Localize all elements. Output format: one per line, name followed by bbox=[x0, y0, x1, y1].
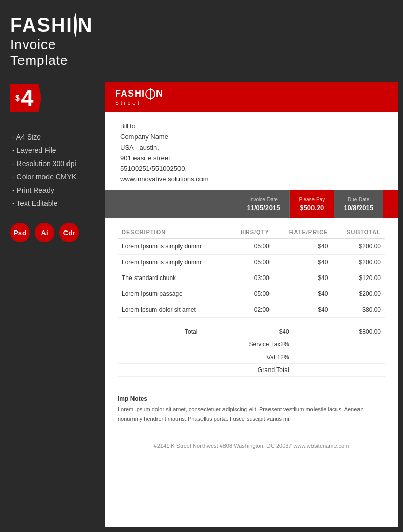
left-panel: FASHI N Invoice Template $ 4 - A4 Size -… bbox=[0, 0, 102, 532]
table-row: Lorem Ipsum passage 05:00 $40 $200.00 bbox=[118, 286, 385, 302]
bill-to-details: Company Name USA - austin, 901 easr e st… bbox=[120, 132, 383, 185]
invoice-table: DESCRIPTION HRS/QTY RATE/PRICE SUBTOTAL … bbox=[118, 226, 385, 318]
row5-qty: 02:00 bbox=[228, 302, 274, 317]
bill-to-phone: 55100251/551002500, bbox=[120, 164, 383, 174]
please-pay-value: $500.20 bbox=[300, 204, 324, 212]
invoice-bill-to-section: Bill to Company Name USA - austin, 901 e… bbox=[105, 112, 398, 190]
please-pay-cell: Please Pay $500.20 bbox=[289, 190, 334, 218]
totals-table: Total $40 $800.00 Service Tax2% Vat 12% … bbox=[118, 326, 385, 377]
format-ai: Ai bbox=[35, 223, 54, 242]
feature-print-ready: - Print Ready bbox=[10, 186, 92, 194]
grand-total-row: Grand Total bbox=[118, 363, 385, 376]
col-subtotal: SUBTOTAL bbox=[332, 226, 385, 239]
row1-subtotal: $200.00 bbox=[332, 238, 385, 254]
row2-desc: Lorem Ipsum is simply dumm bbox=[118, 254, 228, 270]
row3-desc: The standard chunk bbox=[118, 270, 228, 286]
notes-label: Imp Notes bbox=[118, 395, 385, 402]
row5-subtotal: $80.00 bbox=[332, 302, 385, 317]
table-row: Lorem ipsum dolor sit amet 02:00 $40 $80… bbox=[118, 302, 385, 317]
grand-total-value bbox=[294, 363, 385, 376]
vat-row: Vat 12% bbox=[118, 351, 385, 363]
service-tax-row: Service Tax2% bbox=[118, 338, 385, 351]
features-list: - A4 Size - Layered File - Resolution 30… bbox=[10, 133, 92, 207]
table-row: Lorem Ipsum is simply dumm 05:00 $40 $20… bbox=[118, 238, 385, 254]
bill-to-name: Company Name bbox=[120, 132, 383, 143]
total-row: Total $40 $800.00 bbox=[118, 326, 385, 338]
feature-resolution: - Resolution 300 dpi bbox=[10, 159, 92, 168]
col-description: DESCRIPTION bbox=[118, 226, 228, 239]
format-cdr: Cdr bbox=[59, 223, 79, 242]
invoice-info-bar: Invoice Date 11/05/2015 Please Pay $500.… bbox=[105, 190, 398, 218]
service-tax-value bbox=[294, 338, 385, 351]
feature-color-mode: - Color mode CMYK bbox=[10, 173, 92, 181]
row2-subtotal: $200.00 bbox=[332, 254, 385, 270]
brand-icon bbox=[74, 15, 77, 35]
col-hrs-qty: HRS/QTY bbox=[228, 226, 274, 239]
invoice-brand-icon bbox=[145, 89, 155, 99]
col-rate-price: RATE/PRICE bbox=[274, 226, 332, 239]
feature-layered: - Layered File bbox=[10, 146, 92, 154]
row5-desc: Lorem ipsum dolor sit amet bbox=[118, 302, 228, 317]
row4-subtotal: $200.00 bbox=[332, 286, 385, 302]
invoice-footer: #2141 K Street Northwest #808,Washington… bbox=[105, 436, 398, 455]
brand-name-part2: N bbox=[78, 15, 93, 35]
invoice-brand-wrapper: FASHI N Street bbox=[115, 88, 163, 106]
invoice-brand-part1: FASHI bbox=[115, 88, 145, 99]
totals-section: Total $40 $800.00 Service Tax2% Vat 12% … bbox=[105, 326, 398, 382]
row4-desc: Lorem Ipsum passage bbox=[118, 286, 228, 302]
service-tax-label: Service Tax2% bbox=[154, 338, 294, 351]
vat-value bbox=[294, 351, 385, 363]
price-badge: $ 4 bbox=[10, 84, 41, 112]
invoice-brand-part2: N bbox=[156, 88, 163, 99]
bill-to-label: Bill to bbox=[120, 123, 383, 130]
brand-name-part1: FASHI bbox=[10, 15, 73, 35]
table-row: Lorem Ipsum is simply dumm 05:00 $40 $20… bbox=[118, 254, 385, 270]
price-amount: 4 bbox=[21, 87, 33, 109]
invoice-date-value: 11/05/2015 bbox=[247, 204, 280, 212]
row4-rate: $40 bbox=[274, 286, 332, 302]
row3-qty: 03:00 bbox=[228, 270, 274, 286]
table-row: The standard chunk 03:00 $40 $120.00 bbox=[118, 270, 385, 286]
row5-rate: $40 bbox=[274, 302, 332, 317]
total-qty: $40 bbox=[201, 326, 293, 338]
vat-label: Vat 12% bbox=[154, 351, 294, 363]
notes-section: Imp Notes Lorem ipsum dolor sit amet, co… bbox=[105, 387, 398, 431]
invoice-header: FASHI N Street bbox=[105, 82, 398, 112]
feature-text-editable: - Text Editable bbox=[10, 199, 92, 207]
invoice-table-section: DESCRIPTION HRS/QTY RATE/PRICE SUBTOTAL … bbox=[105, 218, 398, 326]
invoice-date-label: Invoice Date bbox=[249, 197, 278, 202]
row2-rate: $40 bbox=[274, 254, 332, 270]
page-subtitle: Invoice Template bbox=[10, 37, 92, 68]
row2-qty: 05:00 bbox=[228, 254, 274, 270]
row1-qty: 05:00 bbox=[228, 238, 274, 254]
due-date-value: 10/8/2015 bbox=[344, 204, 373, 212]
invoice-area: FASHI N Street Bill to Company Name USA … bbox=[105, 82, 398, 527]
bill-to-address: 901 easr e street bbox=[120, 153, 383, 164]
row3-rate: $40 bbox=[274, 270, 332, 286]
bill-to-country: USA - austin, bbox=[120, 143, 383, 153]
format-psd: Psd bbox=[10, 223, 30, 242]
feature-a4size: - A4 Size bbox=[10, 133, 92, 141]
due-date-cell: Due Date 10/8/2015 bbox=[334, 190, 383, 218]
grand-total-label: Grand Total bbox=[154, 363, 294, 376]
row1-desc: Lorem Ipsum is simply dumm bbox=[118, 238, 228, 254]
invoice-brand-subtitle: Street bbox=[115, 100, 163, 106]
total-amount: $800.00 bbox=[294, 326, 385, 338]
total-label: Total bbox=[154, 326, 202, 338]
price-symbol: $ bbox=[15, 94, 20, 103]
format-badges: Psd Ai Cdr bbox=[10, 223, 92, 242]
notes-text: Lorem ipsum dolor sit amet, consectetuer… bbox=[118, 405, 385, 423]
row4-qty: 05:00 bbox=[228, 286, 274, 302]
row3-subtotal: $120.00 bbox=[332, 270, 385, 286]
invoice-date-cell: Invoice Date 11/05/2015 bbox=[237, 190, 289, 218]
row1-rate: $40 bbox=[274, 238, 332, 254]
please-pay-label: Please Pay bbox=[299, 197, 325, 202]
bill-to-website: www.innovative solutions.com bbox=[120, 174, 383, 185]
due-date-label: Due Date bbox=[348, 197, 369, 202]
brand-title: FASHI N bbox=[10, 15, 92, 35]
invoice-brand: FASHI N bbox=[115, 88, 163, 99]
